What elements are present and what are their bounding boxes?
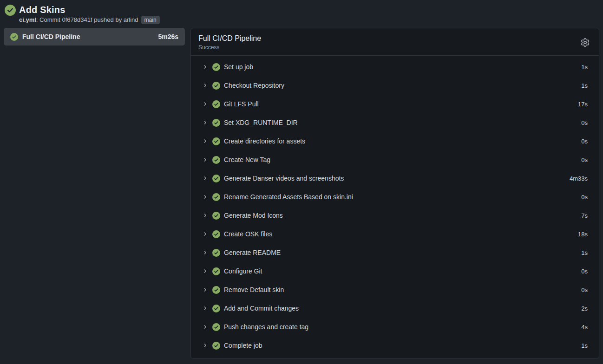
step-status-success-icon bbox=[212, 305, 220, 312]
actions-run-page: Add Skins ci.yml: Commit 0f678d341f push… bbox=[0, 0, 603, 364]
run-status-success-icon bbox=[5, 5, 16, 16]
step-row[interactable]: Complete job 1s bbox=[191, 336, 599, 355]
jobs-sidebar: Full CI/CD Pipeline 5m26s bbox=[4, 28, 185, 46]
chevron-right-icon bbox=[202, 176, 208, 181]
run-header-text: Add Skins ci.yml: Commit 0f678d341f push… bbox=[19, 4, 160, 24]
step-duration: 17s bbox=[578, 101, 588, 108]
run-title: Add Skins bbox=[19, 4, 160, 16]
step-name: Create OSK files bbox=[224, 230, 570, 238]
job-item[interactable]: Full CI/CD Pipeline 5m26s bbox=[4, 28, 185, 46]
chevron-right-icon bbox=[202, 83, 208, 88]
run-main: Full CI/CD Pipeline 5m26s Full CI/CD Pip… bbox=[4, 28, 599, 359]
step-row[interactable]: Create New Tag 0s bbox=[191, 150, 599, 169]
step-duration: 4m33s bbox=[570, 175, 588, 182]
step-row[interactable]: Push changes and create tag 4s bbox=[191, 318, 599, 336]
step-duration: 0s bbox=[581, 268, 588, 275]
step-duration: 0s bbox=[581, 194, 588, 201]
step-row[interactable]: Set XDG_RUNTIME_DIR 0s bbox=[191, 113, 599, 132]
step-status-success-icon bbox=[212, 100, 220, 108]
step-status-success-icon bbox=[212, 323, 220, 331]
step-duration: 4s bbox=[581, 324, 588, 331]
step-status-success-icon bbox=[212, 249, 220, 257]
step-row[interactable]: Git LFS Pull 17s bbox=[191, 95, 599, 113]
step-status-success-icon bbox=[212, 212, 220, 220]
job-panel-heading: Full CI/CD Pipeline Success bbox=[198, 33, 261, 51]
step-duration: 18s bbox=[578, 231, 588, 238]
job-panel: Full CI/CD Pipeline Success Set up job 1… bbox=[190, 28, 599, 359]
chevron-right-icon bbox=[202, 250, 208, 255]
step-row[interactable]: Checkout Repository 1s bbox=[191, 76, 599, 95]
job-settings-button[interactable] bbox=[579, 36, 591, 49]
chevron-right-icon bbox=[202, 306, 208, 311]
step-status-success-icon bbox=[212, 119, 220, 127]
chevron-right-icon bbox=[202, 268, 208, 274]
step-duration: 1s bbox=[581, 342, 588, 349]
gear-icon bbox=[581, 38, 590, 47]
step-name: Configure Git bbox=[224, 267, 574, 275]
chevron-right-icon bbox=[202, 231, 208, 237]
chevron-right-icon bbox=[202, 138, 208, 144]
step-status-success-icon bbox=[212, 342, 220, 350]
job-panel-title: Full CI/CD Pipeline bbox=[198, 33, 261, 43]
step-row[interactable]: Configure Git 0s bbox=[191, 262, 599, 280]
step-name: Set up job bbox=[224, 63, 574, 71]
step-name: Set XDG_RUNTIME_DIR bbox=[224, 119, 574, 126]
step-name: Generate README bbox=[224, 249, 574, 256]
step-name: Generate Mod Icons bbox=[224, 212, 574, 219]
step-name: Checkout Repository bbox=[224, 82, 574, 89]
job-name: Full CI/CD Pipeline bbox=[22, 33, 158, 40]
step-status-success-icon bbox=[212, 175, 220, 182]
chevron-right-icon bbox=[202, 120, 208, 125]
step-name: Remove Default skin bbox=[224, 286, 574, 293]
step-duration: 2s bbox=[581, 305, 588, 312]
step-row[interactable]: Create directories for assets 0s bbox=[191, 132, 599, 150]
step-duration: 1s bbox=[581, 64, 588, 71]
step-status-success-icon bbox=[212, 137, 220, 145]
step-row[interactable]: Generate Mod Icons 7s bbox=[191, 206, 599, 225]
workflow-file: ci.yml bbox=[19, 16, 36, 23]
step-duration: 1s bbox=[581, 82, 588, 89]
step-name: Git LFS Pull bbox=[224, 100, 570, 108]
chevron-right-icon bbox=[202, 287, 208, 292]
step-status-success-icon bbox=[212, 193, 220, 201]
step-status-success-icon bbox=[212, 267, 220, 275]
step-duration: 0s bbox=[581, 138, 588, 145]
job-status-text: Success bbox=[198, 44, 261, 51]
steps-list: Set up job 1s Checkout Repository 1s Git… bbox=[191, 56, 599, 358]
step-name: Create New Tag bbox=[224, 156, 574, 163]
chevron-right-icon bbox=[202, 101, 208, 107]
step-row[interactable]: Rename Generated Assets Based on skin.in… bbox=[191, 188, 599, 206]
step-status-success-icon bbox=[212, 63, 220, 71]
step-status-success-icon bbox=[212, 82, 220, 90]
step-name: Generate Danser videos and screenshots bbox=[224, 175, 562, 182]
step-duration: 1s bbox=[581, 249, 588, 256]
branch-badge[interactable]: main bbox=[141, 16, 160, 24]
step-status-success-icon bbox=[212, 230, 220, 238]
step-duration: 0s bbox=[581, 156, 588, 163]
step-status-success-icon bbox=[212, 286, 220, 294]
step-name: Push changes and create tag bbox=[224, 323, 574, 331]
job-duration: 5m26s bbox=[158, 33, 178, 40]
step-name: Complete job bbox=[224, 342, 574, 349]
run-subtitle-rest: : Commit 0f678d341f pushed by arlind bbox=[36, 16, 138, 23]
chevron-right-icon bbox=[202, 324, 208, 330]
chevron-right-icon bbox=[202, 157, 208, 162]
run-header: Add Skins ci.yml: Commit 0f678d341f push… bbox=[4, 4, 599, 24]
step-duration: 0s bbox=[581, 286, 588, 293]
step-row[interactable]: Set up job 1s bbox=[191, 58, 599, 76]
chevron-right-icon bbox=[202, 343, 208, 348]
step-duration: 7s bbox=[581, 212, 588, 219]
chevron-right-icon bbox=[202, 64, 208, 70]
step-row[interactable]: Create OSK files 18s bbox=[191, 225, 599, 243]
chevron-right-icon bbox=[202, 194, 208, 200]
step-duration: 0s bbox=[581, 119, 588, 126]
run-subtitle-text: ci.yml: Commit 0f678d341f pushed by arli… bbox=[19, 16, 138, 24]
job-panel-header: Full CI/CD Pipeline Success bbox=[191, 28, 599, 56]
step-row[interactable]: Generate Danser videos and screenshots 4… bbox=[191, 169, 599, 188]
step-name: Rename Generated Assets Based on skin.in… bbox=[224, 193, 574, 201]
run-subtitle: ci.yml: Commit 0f678d341f pushed by arli… bbox=[19, 16, 160, 24]
step-row[interactable]: Remove Default skin 0s bbox=[191, 280, 599, 299]
step-row[interactable]: Generate README 1s bbox=[191, 243, 599, 262]
chevron-right-icon bbox=[202, 213, 208, 218]
step-row[interactable]: Add and Commit changes 2s bbox=[191, 299, 599, 318]
